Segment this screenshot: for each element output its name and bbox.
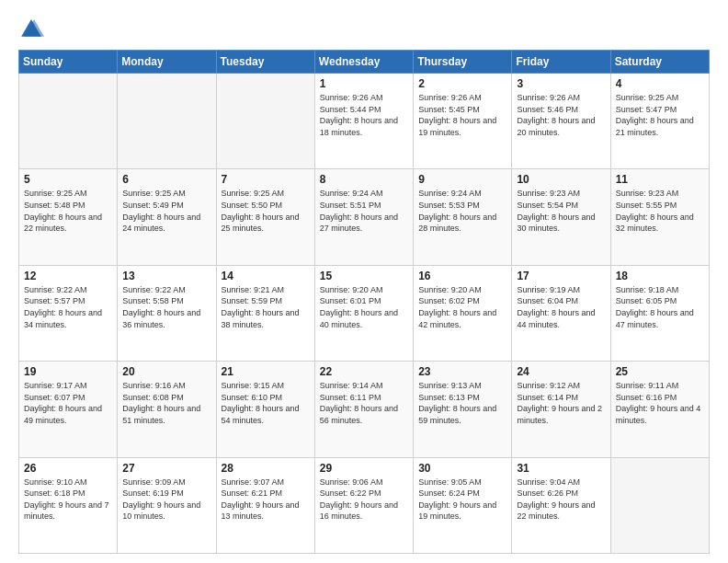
day-number: 22: [320, 365, 408, 378]
calendar-cell: 5Sunrise: 9:25 AM Sunset: 5:48 PM Daylig…: [19, 169, 118, 265]
weekday-header: Monday: [118, 51, 216, 74]
calendar-week-row: 19Sunrise: 9:17 AM Sunset: 6:07 PM Dayli…: [19, 362, 710, 457]
day-number: 9: [418, 173, 506, 186]
calendar-cell: 27Sunrise: 9:09 AM Sunset: 6:19 PM Dayli…: [118, 457, 216, 553]
day-detail: Sunrise: 9:20 AM Sunset: 6:01 PM Dayligh…: [320, 284, 408, 330]
header: [18, 17, 710, 42]
day-number: 24: [517, 365, 605, 378]
day-detail: Sunrise: 9:04 AM Sunset: 6:26 PM Dayligh…: [517, 477, 605, 523]
calendar-cell: 17Sunrise: 9:19 AM Sunset: 6:04 PM Dayli…: [512, 265, 610, 361]
weekday-header: Sunday: [19, 51, 118, 74]
calendar-cell: 24Sunrise: 9:12 AM Sunset: 6:14 PM Dayli…: [512, 362, 610, 457]
calendar-cell: 9Sunrise: 9:24 AM Sunset: 5:53 PM Daylig…: [414, 169, 512, 265]
calendar-cell: 7Sunrise: 9:25 AM Sunset: 5:50 PM Daylig…: [216, 169, 314, 265]
day-detail: Sunrise: 9:23 AM Sunset: 5:54 PM Dayligh…: [517, 188, 605, 234]
day-number: 12: [24, 270, 112, 282]
day-detail: Sunrise: 9:10 AM Sunset: 6:18 PM Dayligh…: [24, 477, 112, 523]
page: SundayMondayTuesdayWednesdayThursdayFrid…: [0, 0, 728, 563]
day-number: 1: [320, 77, 408, 90]
day-detail: Sunrise: 9:13 AM Sunset: 6:13 PM Dayligh…: [418, 380, 506, 426]
calendar-cell: 14Sunrise: 9:21 AM Sunset: 5:59 PM Dayli…: [216, 265, 314, 361]
day-detail: Sunrise: 9:25 AM Sunset: 5:47 PM Dayligh…: [616, 92, 704, 138]
day-detail: Sunrise: 9:12 AM Sunset: 6:14 PM Dayligh…: [517, 380, 605, 426]
calendar-cell: 25Sunrise: 9:11 AM Sunset: 6:16 PM Dayli…: [610, 362, 709, 457]
day-detail: Sunrise: 9:22 AM Sunset: 5:58 PM Dayligh…: [122, 284, 210, 330]
calendar-cell: 18Sunrise: 9:18 AM Sunset: 6:05 PM Dayli…: [610, 265, 709, 361]
day-detail: Sunrise: 9:21 AM Sunset: 5:59 PM Dayligh…: [222, 284, 310, 330]
day-detail: Sunrise: 9:25 AM Sunset: 5:48 PM Dayligh…: [24, 188, 112, 234]
calendar-cell: 20Sunrise: 9:16 AM Sunset: 6:08 PM Dayli…: [118, 362, 216, 457]
day-number: 10: [517, 173, 605, 186]
day-detail: Sunrise: 9:26 AM Sunset: 5:46 PM Dayligh…: [517, 92, 605, 138]
day-number: 25: [616, 365, 704, 378]
day-detail: Sunrise: 9:05 AM Sunset: 6:24 PM Dayligh…: [418, 477, 506, 523]
day-detail: Sunrise: 9:14 AM Sunset: 6:11 PM Dayligh…: [320, 380, 408, 426]
day-detail: Sunrise: 9:24 AM Sunset: 5:51 PM Dayligh…: [320, 188, 408, 234]
day-detail: Sunrise: 9:23 AM Sunset: 5:55 PM Dayligh…: [616, 188, 704, 234]
day-number: 31: [517, 462, 605, 475]
day-number: 15: [320, 270, 408, 282]
day-detail: Sunrise: 9:22 AM Sunset: 5:57 PM Dayligh…: [24, 284, 112, 330]
calendar-week-row: 12Sunrise: 9:22 AM Sunset: 5:57 PM Dayli…: [19, 265, 710, 361]
day-number: 5: [24, 173, 112, 186]
calendar-cell: 22Sunrise: 9:14 AM Sunset: 6:11 PM Dayli…: [314, 362, 413, 457]
day-detail: Sunrise: 9:25 AM Sunset: 5:49 PM Dayligh…: [122, 188, 210, 234]
calendar-cell: [216, 74, 314, 169]
day-detail: Sunrise: 9:24 AM Sunset: 5:53 PM Dayligh…: [418, 188, 506, 234]
calendar-cell: 2Sunrise: 9:26 AM Sunset: 5:45 PM Daylig…: [414, 74, 512, 169]
calendar-cell: [19, 74, 118, 169]
day-number: 3: [517, 77, 605, 90]
day-number: 17: [517, 270, 605, 282]
calendar-cell: 13Sunrise: 9:22 AM Sunset: 5:58 PM Dayli…: [118, 265, 216, 361]
calendar-week-row: 5Sunrise: 9:25 AM Sunset: 5:48 PM Daylig…: [19, 169, 710, 265]
calendar-cell: 23Sunrise: 9:13 AM Sunset: 6:13 PM Dayli…: [414, 362, 512, 457]
day-detail: Sunrise: 9:20 AM Sunset: 6:02 PM Dayligh…: [418, 284, 506, 330]
day-detail: Sunrise: 9:06 AM Sunset: 6:22 PM Dayligh…: [320, 477, 408, 523]
day-number: 29: [320, 462, 408, 475]
calendar-cell: 29Sunrise: 9:06 AM Sunset: 6:22 PM Dayli…: [314, 457, 413, 553]
day-detail: Sunrise: 9:17 AM Sunset: 6:07 PM Dayligh…: [24, 380, 112, 426]
calendar-cell: 3Sunrise: 9:26 AM Sunset: 5:46 PM Daylig…: [512, 74, 610, 169]
day-number: 21: [222, 365, 310, 378]
day-detail: Sunrise: 9:07 AM Sunset: 6:21 PM Dayligh…: [222, 477, 310, 523]
day-detail: Sunrise: 9:25 AM Sunset: 5:50 PM Dayligh…: [222, 188, 310, 234]
weekday-header: Saturday: [610, 51, 709, 74]
calendar-cell: 4Sunrise: 9:25 AM Sunset: 5:47 PM Daylig…: [610, 74, 709, 169]
logo: [18, 17, 48, 42]
day-detail: Sunrise: 9:26 AM Sunset: 5:45 PM Dayligh…: [418, 92, 506, 138]
calendar-header-row: SundayMondayTuesdayWednesdayThursdayFrid…: [19, 51, 710, 74]
weekday-header: Friday: [512, 51, 610, 74]
calendar-cell: 28Sunrise: 9:07 AM Sunset: 6:21 PM Dayli…: [216, 457, 314, 553]
day-number: 28: [222, 462, 310, 475]
day-number: 2: [418, 77, 506, 90]
day-detail: Sunrise: 9:09 AM Sunset: 6:19 PM Dayligh…: [122, 477, 210, 523]
calendar-table: SundayMondayTuesdayWednesdayThursdayFrid…: [18, 50, 710, 554]
calendar-week-row: 26Sunrise: 9:10 AM Sunset: 6:18 PM Dayli…: [19, 457, 710, 553]
calendar-cell: 10Sunrise: 9:23 AM Sunset: 5:54 PM Dayli…: [512, 169, 610, 265]
day-detail: Sunrise: 9:26 AM Sunset: 5:44 PM Dayligh…: [320, 92, 408, 138]
weekday-header: Tuesday: [216, 51, 314, 74]
day-number: 16: [418, 270, 506, 282]
calendar-cell: [610, 457, 709, 553]
day-number: 27: [122, 462, 210, 475]
day-number: 26: [24, 462, 112, 475]
weekday-header: Wednesday: [314, 51, 413, 74]
day-detail: Sunrise: 9:18 AM Sunset: 6:05 PM Dayligh…: [616, 284, 704, 330]
day-detail: Sunrise: 9:11 AM Sunset: 6:16 PM Dayligh…: [616, 380, 704, 426]
day-number: 19: [24, 365, 112, 378]
calendar-cell: 19Sunrise: 9:17 AM Sunset: 6:07 PM Dayli…: [19, 362, 118, 457]
calendar-cell: 21Sunrise: 9:15 AM Sunset: 6:10 PM Dayli…: [216, 362, 314, 457]
day-number: 4: [616, 77, 704, 90]
weekday-header: Thursday: [414, 51, 512, 74]
logo-icon: [18, 17, 44, 42]
day-detail: Sunrise: 9:19 AM Sunset: 6:04 PM Dayligh…: [517, 284, 605, 330]
calendar-cell: 30Sunrise: 9:05 AM Sunset: 6:24 PM Dayli…: [414, 457, 512, 553]
day-number: 8: [320, 173, 408, 186]
day-number: 11: [616, 173, 704, 186]
calendar-cell: 15Sunrise: 9:20 AM Sunset: 6:01 PM Dayli…: [314, 265, 413, 361]
calendar-cell: 11Sunrise: 9:23 AM Sunset: 5:55 PM Dayli…: [610, 169, 709, 265]
day-number: 20: [122, 365, 210, 378]
day-number: 6: [122, 173, 210, 186]
calendar-week-row: 1Sunrise: 9:26 AM Sunset: 5:44 PM Daylig…: [19, 74, 710, 169]
calendar-cell: 6Sunrise: 9:25 AM Sunset: 5:49 PM Daylig…: [118, 169, 216, 265]
